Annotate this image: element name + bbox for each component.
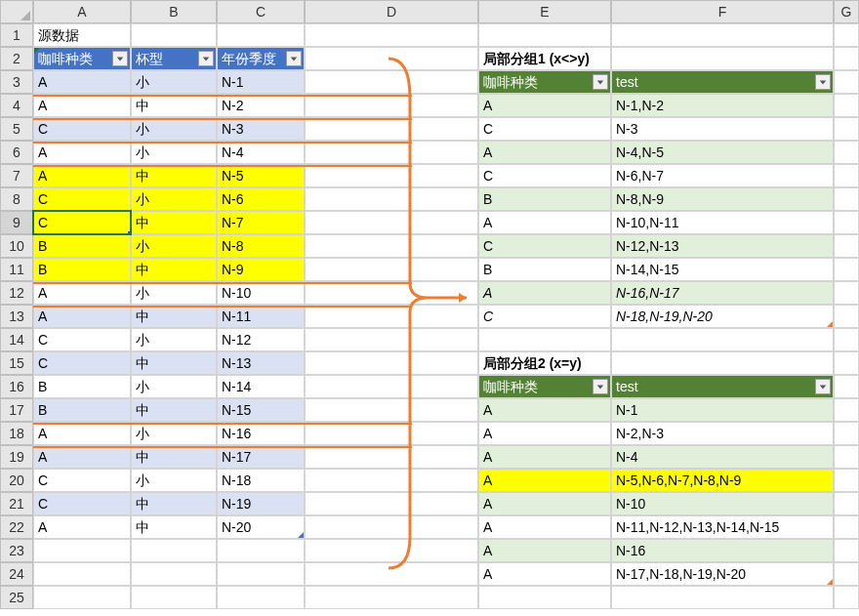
table-header[interactable]: 咖啡种类 xyxy=(478,375,611,398)
source-cell[interactable]: N-1 xyxy=(217,70,305,94)
source-cell[interactable]: N-14 xyxy=(217,375,305,398)
cell[interactable] xyxy=(478,23,611,47)
group1-cell[interactable]: A xyxy=(478,141,611,164)
cell[interactable] xyxy=(834,492,859,515)
cell[interactable] xyxy=(217,586,305,609)
cell[interactable] xyxy=(217,23,305,47)
source-cell[interactable]: 小 xyxy=(131,234,217,258)
group2-cell[interactable]: A xyxy=(478,562,611,586)
group1-cell[interactable]: A xyxy=(478,211,611,234)
cell[interactable] xyxy=(834,351,859,375)
source-cell[interactable]: C xyxy=(33,117,131,141)
cell[interactable] xyxy=(834,445,859,469)
cell[interactable] xyxy=(305,117,478,141)
row-header[interactable]: 11 xyxy=(0,258,33,281)
cell[interactable] xyxy=(305,187,478,211)
cell[interactable] xyxy=(834,70,859,94)
cell[interactable] xyxy=(834,328,859,351)
group1-cell[interactable]: B xyxy=(478,258,611,281)
cell[interactable] xyxy=(478,586,611,609)
group2-cell[interactable]: A xyxy=(478,469,611,492)
source-cell[interactable]: N-2 xyxy=(217,94,305,117)
group2-cell[interactable]: N-2,N-3 xyxy=(611,422,834,445)
cell[interactable] xyxy=(305,469,478,492)
fill-handle[interactable] xyxy=(127,230,131,234)
cell[interactable] xyxy=(305,47,478,70)
group2-cell[interactable]: A xyxy=(478,445,611,469)
group2-title[interactable]: 局部分组2 (x=y) xyxy=(478,351,611,375)
source-title[interactable]: 源数据 xyxy=(33,23,131,47)
source-cell[interactable]: 小 xyxy=(131,422,217,445)
column-header[interactable]: C xyxy=(217,0,305,23)
cell[interactable] xyxy=(305,492,478,515)
cell[interactable] xyxy=(834,515,859,539)
cell[interactable] xyxy=(834,258,859,281)
cell[interactable] xyxy=(305,515,478,539)
cell[interactable] xyxy=(834,187,859,211)
source-cell[interactable]: 中 xyxy=(131,164,217,187)
cell[interactable] xyxy=(834,375,859,398)
source-cell[interactable]: 小 xyxy=(131,469,217,492)
cell[interactable] xyxy=(834,117,859,141)
source-cell[interactable]: 小 xyxy=(131,328,217,351)
source-cell[interactable]: N-19 xyxy=(217,492,305,515)
row-header[interactable]: 19 xyxy=(0,445,33,469)
cell[interactable] xyxy=(217,562,305,586)
source-cell[interactable]: 中 xyxy=(131,94,217,117)
source-cell[interactable]: A xyxy=(33,422,131,445)
column-header[interactable]: G xyxy=(834,0,859,23)
cell[interactable] xyxy=(305,586,478,609)
group1-cell[interactable]: C xyxy=(478,305,611,328)
cell[interactable] xyxy=(305,351,478,375)
source-cell[interactable]: A xyxy=(33,164,131,187)
cell[interactable] xyxy=(611,23,834,47)
row-header[interactable]: 8 xyxy=(0,187,33,211)
cell[interactable] xyxy=(305,422,478,445)
cell[interactable] xyxy=(305,305,478,328)
source-cell[interactable]: N-12 xyxy=(217,328,305,351)
row-header[interactable]: 15 xyxy=(0,351,33,375)
group1-title[interactable]: 局部分组1 (x<>y) xyxy=(478,47,611,70)
cell[interactable] xyxy=(834,94,859,117)
filter-dropdown-icon[interactable] xyxy=(198,51,214,66)
table-header[interactable]: test xyxy=(611,70,834,94)
table-header[interactable]: 杯型 xyxy=(131,47,217,70)
cell[interactable] xyxy=(305,164,478,187)
row-header[interactable]: 7 xyxy=(0,164,33,187)
cell[interactable] xyxy=(834,422,859,445)
source-cell[interactable]: A xyxy=(33,305,131,328)
cell[interactable] xyxy=(305,234,478,258)
row-header[interactable]: 24 xyxy=(0,562,33,586)
source-cell[interactable]: 中 xyxy=(131,211,217,234)
cell[interactable] xyxy=(305,70,478,94)
source-cell[interactable]: 中 xyxy=(131,445,217,469)
cell[interactable] xyxy=(131,586,217,609)
cell[interactable] xyxy=(834,23,859,47)
group2-cell[interactable]: A xyxy=(478,539,611,562)
cell[interactable] xyxy=(834,164,859,187)
cell[interactable] xyxy=(834,539,859,562)
cell[interactable] xyxy=(305,328,478,351)
group2-cell[interactable]: N-16 xyxy=(611,539,834,562)
cell[interactable] xyxy=(33,586,131,609)
source-cell[interactable]: 中 xyxy=(131,305,217,328)
source-cell[interactable]: 中 xyxy=(131,351,217,375)
cell[interactable] xyxy=(834,47,859,70)
cell[interactable] xyxy=(611,47,834,70)
cell[interactable] xyxy=(834,586,859,609)
row-header[interactable]: 17 xyxy=(0,398,33,422)
group1-cell[interactable]: C xyxy=(478,234,611,258)
source-cell[interactable]: C xyxy=(33,211,131,234)
source-cell[interactable]: 小 xyxy=(131,117,217,141)
column-header[interactable]: F xyxy=(611,0,834,23)
source-cell[interactable]: N-8 xyxy=(217,234,305,258)
group1-cell[interactable]: B xyxy=(478,187,611,211)
filter-dropdown-icon[interactable] xyxy=(112,51,128,66)
cell[interactable] xyxy=(131,562,217,586)
column-header[interactable]: A xyxy=(33,0,131,23)
filter-dropdown-icon[interactable] xyxy=(593,379,608,394)
source-cell[interactable]: B xyxy=(33,234,131,258)
source-cell[interactable]: C xyxy=(33,351,131,375)
source-cell[interactable]: N-3 xyxy=(217,117,305,141)
row-header[interactable]: 3 xyxy=(0,70,33,94)
